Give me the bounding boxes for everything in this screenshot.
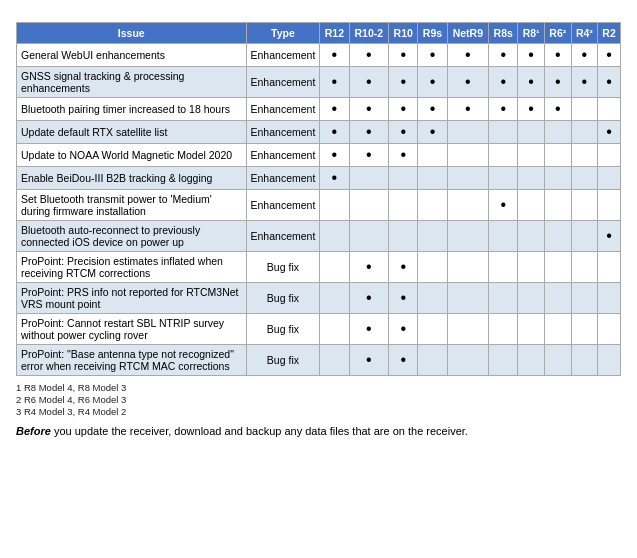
dot-cell-0-5: • bbox=[489, 44, 518, 67]
table-row: Bluetooth auto-reconnect to previously c… bbox=[17, 221, 621, 252]
type-cell-3: Enhancement bbox=[246, 121, 320, 144]
table-row: Set Bluetooth transmit power to 'Medium'… bbox=[17, 190, 621, 221]
type-cell-6: Enhancement bbox=[246, 190, 320, 221]
dot-cell-2-6: • bbox=[518, 98, 545, 121]
footnote-0: 1 R8 Model 4, R8 Model 3 bbox=[16, 382, 621, 393]
dot-cell-5-3 bbox=[418, 167, 447, 190]
column-header-11: R2 bbox=[598, 23, 621, 44]
dot-cell-5-9 bbox=[598, 167, 621, 190]
dot-cell-8-4 bbox=[447, 252, 489, 283]
column-header-7: R8s bbox=[489, 23, 518, 44]
issue-cell-6: Set Bluetooth transmit power to 'Medium'… bbox=[17, 190, 247, 221]
dot-cell-11-4 bbox=[447, 345, 489, 376]
dot-cell-3-3: • bbox=[418, 121, 447, 144]
dot-cell-5-7 bbox=[544, 167, 571, 190]
table-row: General WebUI enhancementsEnhancement•••… bbox=[17, 44, 621, 67]
dot-cell-0-3: • bbox=[418, 44, 447, 67]
dot-cell-11-1: • bbox=[349, 345, 389, 376]
dot-cell-1-8: • bbox=[571, 67, 598, 98]
release-notes-table: IssueTypeR12R10-2R10R9sNetR9R8sR8¹R6²R4³… bbox=[16, 22, 621, 376]
dot-cell-3-7 bbox=[544, 121, 571, 144]
dot-cell-5-8 bbox=[571, 167, 598, 190]
dot-cell-10-7 bbox=[544, 314, 571, 345]
issue-cell-4: Update to NOAA World Magnetic Model 2020 bbox=[17, 144, 247, 167]
dot-cell-8-3 bbox=[418, 252, 447, 283]
type-cell-9: Bug fix bbox=[246, 283, 320, 314]
dot-cell-0-4: • bbox=[447, 44, 489, 67]
dot-cell-6-0 bbox=[320, 190, 349, 221]
type-cell-8: Bug fix bbox=[246, 252, 320, 283]
table-row: ProPoint: "Base antenna type not recogni… bbox=[17, 345, 621, 376]
dot-cell-10-4 bbox=[447, 314, 489, 345]
column-header-10: R4³ bbox=[571, 23, 598, 44]
dot-cell-10-3 bbox=[418, 314, 447, 345]
issue-cell-7: Bluetooth auto-reconnect to previously c… bbox=[17, 221, 247, 252]
dot-cell-6-2 bbox=[389, 190, 418, 221]
table-row: Enable BeiDou-III B2B tracking & logging… bbox=[17, 167, 621, 190]
column-header-3: R10-2 bbox=[349, 23, 389, 44]
dot-cell-7-1 bbox=[349, 221, 389, 252]
dot-cell-1-7: • bbox=[544, 67, 571, 98]
dot-cell-6-7 bbox=[544, 190, 571, 221]
dot-cell-7-4 bbox=[447, 221, 489, 252]
dot-cell-8-5 bbox=[489, 252, 518, 283]
dot-cell-9-3 bbox=[418, 283, 447, 314]
dot-cell-7-8 bbox=[571, 221, 598, 252]
column-header-1: Type bbox=[246, 23, 320, 44]
before-bold: Before bbox=[16, 425, 51, 437]
dot-cell-10-8 bbox=[571, 314, 598, 345]
footnotes: 1 R8 Model 4, R8 Model 32 R6 Model 4, R6… bbox=[16, 382, 621, 417]
type-cell-1: Enhancement bbox=[246, 67, 320, 98]
dot-cell-5-2 bbox=[389, 167, 418, 190]
table-header-row: IssueTypeR12R10-2R10R9sNetR9R8sR8¹R6²R4³… bbox=[17, 23, 621, 44]
dot-cell-5-5 bbox=[489, 167, 518, 190]
dot-cell-2-9 bbox=[598, 98, 621, 121]
type-cell-0: Enhancement bbox=[246, 44, 320, 67]
dot-cell-4-4 bbox=[447, 144, 489, 167]
issue-cell-1: GNSS signal tracking & processing enhanc… bbox=[17, 67, 247, 98]
dot-cell-8-7 bbox=[544, 252, 571, 283]
dot-cell-10-0 bbox=[320, 314, 349, 345]
dot-cell-11-0 bbox=[320, 345, 349, 376]
dot-cell-7-7 bbox=[544, 221, 571, 252]
dot-cell-2-3: • bbox=[418, 98, 447, 121]
issue-cell-8: ProPoint: Precision estimates inflated w… bbox=[17, 252, 247, 283]
dot-cell-9-0 bbox=[320, 283, 349, 314]
dot-cell-0-1: • bbox=[349, 44, 389, 67]
dot-cell-11-5 bbox=[489, 345, 518, 376]
dot-cell-3-5 bbox=[489, 121, 518, 144]
dot-cell-1-5: • bbox=[489, 67, 518, 98]
dot-cell-8-6 bbox=[518, 252, 545, 283]
type-cell-10: Bug fix bbox=[246, 314, 320, 345]
type-cell-2: Enhancement bbox=[246, 98, 320, 121]
dot-cell-2-2: • bbox=[389, 98, 418, 121]
dot-cell-7-6 bbox=[518, 221, 545, 252]
before-note: Before you update the receiver, download… bbox=[16, 425, 621, 437]
column-header-9: R6² bbox=[544, 23, 571, 44]
type-cell-7: Enhancement bbox=[246, 221, 320, 252]
dot-cell-6-8 bbox=[571, 190, 598, 221]
dot-cell-7-3 bbox=[418, 221, 447, 252]
table-row: Bluetooth pairing timer increased to 18 … bbox=[17, 98, 621, 121]
issue-cell-0: General WebUI enhancements bbox=[17, 44, 247, 67]
dot-cell-8-8 bbox=[571, 252, 598, 283]
dot-cell-9-8 bbox=[571, 283, 598, 314]
dot-cell-9-2: • bbox=[389, 283, 418, 314]
dot-cell-3-9: • bbox=[598, 121, 621, 144]
table-row: ProPoint: PRS info not reported for RTCM… bbox=[17, 283, 621, 314]
table-row: Update default RTX satellite listEnhance… bbox=[17, 121, 621, 144]
column-header-6: NetR9 bbox=[447, 23, 489, 44]
dot-cell-4-6 bbox=[518, 144, 545, 167]
column-header-8: R8¹ bbox=[518, 23, 545, 44]
dot-cell-8-1: • bbox=[349, 252, 389, 283]
dot-cell-7-9: • bbox=[598, 221, 621, 252]
dot-cell-1-9: • bbox=[598, 67, 621, 98]
dot-cell-9-4 bbox=[447, 283, 489, 314]
dot-cell-9-6 bbox=[518, 283, 545, 314]
dot-cell-6-3 bbox=[418, 190, 447, 221]
dot-cell-1-1: • bbox=[349, 67, 389, 98]
dot-cell-3-2: • bbox=[389, 121, 418, 144]
dot-cell-1-6: • bbox=[518, 67, 545, 98]
dot-cell-6-4 bbox=[447, 190, 489, 221]
dot-cell-8-9 bbox=[598, 252, 621, 283]
